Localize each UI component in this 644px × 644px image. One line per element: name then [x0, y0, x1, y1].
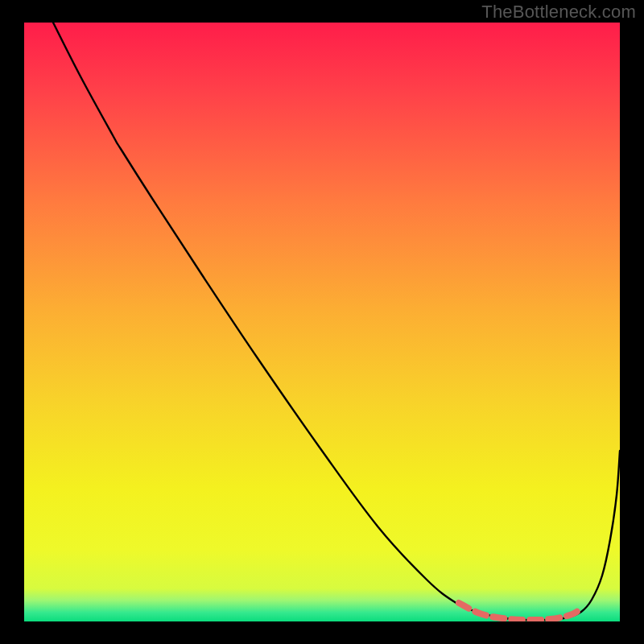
attribution-text: TheBottleneck.com	[481, 2, 636, 23]
chart-frame: { "attribution": "TheBottleneck.com", "c…	[0, 0, 644, 644]
chart-svg	[0, 0, 644, 644]
plot-background	[24, 23, 620, 621]
